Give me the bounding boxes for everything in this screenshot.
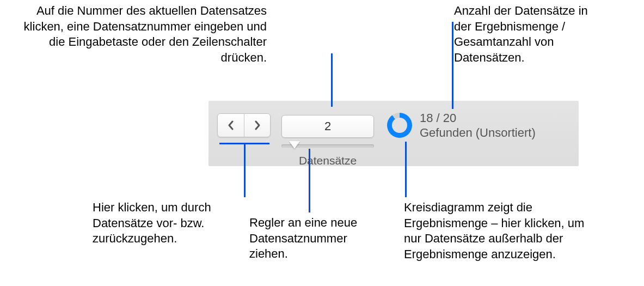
callout-count: Anzahl der Datensätze in der Ergebnismen… [454,3,596,65]
callout-pie: Kreisdiagramm zeigt die Ergebnismenge – … [404,200,589,262]
leader-line [405,142,407,197]
record-slider[interactable] [281,141,374,152]
next-record-button[interactable] [244,114,270,137]
found-status: 18 / 20 Gefunden (Unsortiert) [420,111,536,141]
found-state: Gefunden (Unsortiert) [420,125,536,141]
prev-record-button[interactable] [218,114,244,137]
leader-line [244,143,246,197]
chevron-right-icon [254,120,261,130]
found-set-pie-icon[interactable] [387,113,412,138]
record-number-field[interactable]: 2 [281,115,374,138]
found-count: 18 / 20 [420,111,536,126]
leader-line [452,22,453,109]
records-label: Datensätze [299,154,357,167]
nav-segment [217,113,271,137]
chevron-left-icon [227,120,235,130]
callout-record-number: Auf die Nummer des aktuellen Datensatzes… [5,3,267,65]
callout-nav: Hier klicken, um durch Datensätze vor- b… [93,200,234,247]
leader-line [331,53,333,107]
slider-thumb-icon[interactable] [289,141,300,149]
record-navigation-toolbar: 2 Datensätze 18 / 20 Gefunden (Unsortier… [208,101,579,166]
leader-line [309,149,310,212]
pie-column [387,113,412,138]
callout-slider: Regler an eine neue Datensatznummer zieh… [249,215,375,262]
record-number-column: 2 Datensätze [281,115,374,167]
